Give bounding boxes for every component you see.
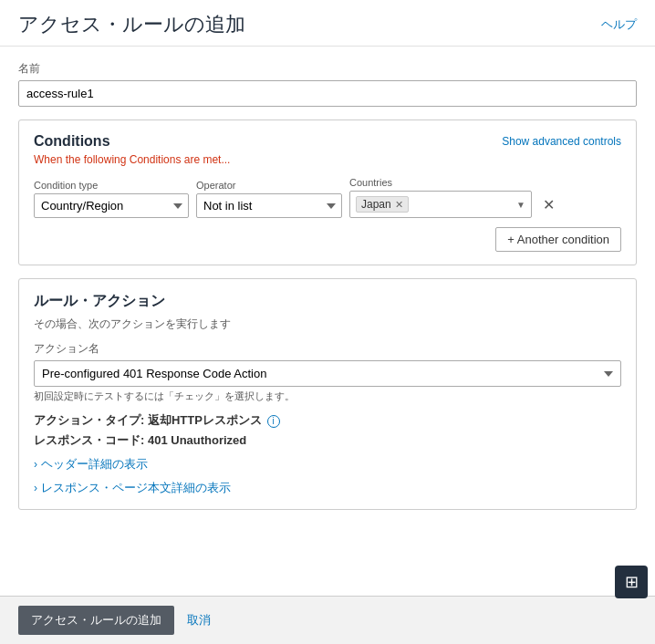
action-type-label: アクション・タイプ: 返却HTTPレスポンス [34,413,262,427]
response-code-label: レスポンス・コード: 401 Unauthorized [34,433,246,447]
condition-row: Condition type Country/Region Operator N… [34,177,621,218]
cancel-link[interactable]: 取消 [187,612,211,628]
info-icon[interactable]: i [267,415,280,428]
conditions-title: Conditions [34,133,110,150]
expand-body-details[interactable]: › レスポンス・ページ本文詳細の表示 [34,480,621,496]
name-section: 名前 [18,61,637,107]
countries-label: Countries [349,177,532,188]
top-bar: アクセス・ルールの追加 ヘルプ [0,0,655,47]
conditions-header: Conditions Show advanced controls [34,133,621,150]
page-title: アクセス・ルールの追加 [18,11,245,38]
action-select-wrapper: Pre-configured 401 Response Code Action [34,360,621,387]
countries-field: Countries Japan ✕ ▼ [349,177,532,218]
hint-text: 初回設定時にテストするには「チェック」を選択します。 [34,390,621,403]
rule-action-section: ルール・アクション その場合、次のアクションを実行します アクション名 Pre-… [18,278,637,510]
name-label: 名前 [18,61,637,77]
chevron-right-icon-2: › [34,482,37,494]
operator-field: Operator Not in list [196,180,342,218]
conditions-section: Conditions Show advanced controls When t… [18,119,637,265]
action-select[interactable]: Pre-configured 401 Response Code Action [34,360,621,387]
help-widget[interactable]: ⊞ [615,566,648,598]
chevron-right-icon: › [34,458,37,471]
add-condition-wrapper: + Another condition [34,227,621,252]
countries-dropdown-arrow: ▼ [516,200,525,210]
operator-label: Operator [196,180,342,191]
help-widget-icon: ⊞ [625,572,639,592]
operator-select[interactable]: Not in list [196,193,342,218]
submit-button[interactable]: アクセス・ルールの追加 [18,606,174,635]
show-advanced-link[interactable]: Show advanced controls [502,135,621,148]
help-link[interactable]: ヘルプ [601,16,637,33]
japan-tag-remove[interactable]: ✕ [395,199,403,211]
japan-tag: Japan ✕ [356,196,409,213]
japan-tag-label: Japan [361,198,391,211]
add-condition-button[interactable]: + Another condition [495,227,621,252]
expand-body-label: レスポンス・ページ本文詳細の表示 [41,480,231,496]
name-input[interactable] [18,80,637,107]
countries-input-wrapper[interactable]: Japan ✕ ▼ [349,191,532,218]
remove-condition-button[interactable]: ✕ [539,194,558,216]
action-type-row: アクション・タイプ: 返却HTTPレスポンス i [34,412,621,429]
rule-action-title: ルール・アクション [34,292,621,311]
action-name-label: アクション名 [34,341,621,357]
expand-header-label: ヘッダー詳細の表示 [41,456,148,473]
rule-action-desc: その場合、次のアクションを実行します [34,317,621,332]
response-code-row: レスポンス・コード: 401 Unauthorized [34,432,621,449]
condition-type-select[interactable]: Country/Region [34,193,189,218]
expand-header-details[interactable]: › ヘッダー詳細の表示 [34,456,621,473]
condition-description: When the following Conditions are met... [34,153,621,166]
content-area: 名前 Conditions Show advanced controls Whe… [0,47,655,596]
condition-type-field: Condition type Country/Region [34,180,189,218]
condition-type-label: Condition type [34,180,189,191]
bottom-bar: アクセス・ルールの追加 取消 [0,596,655,644]
